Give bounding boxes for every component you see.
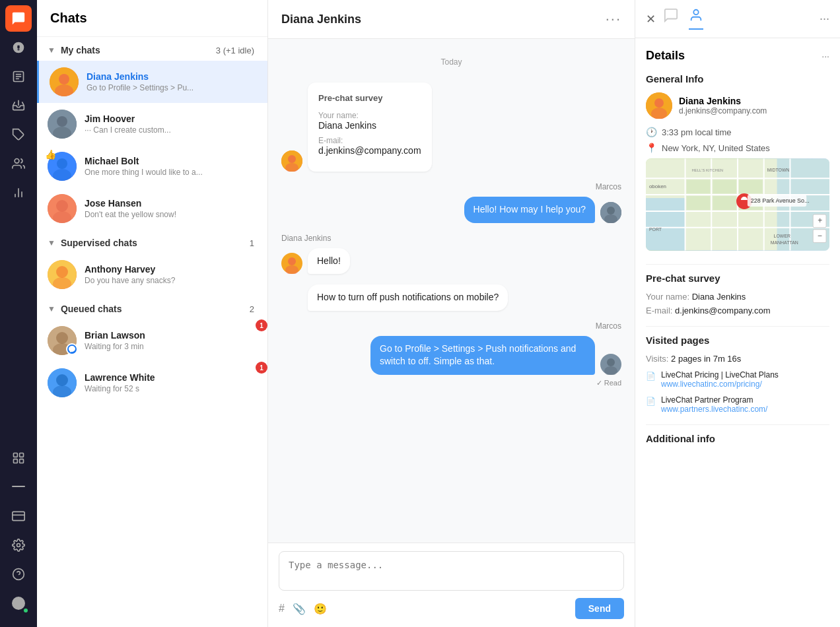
svg-point-31 <box>57 158 67 169</box>
svg-rect-14 <box>20 453 24 457</box>
chat-item-michael[interactable]: 👍 Michael Bolt One more thing I would li… <box>37 145 267 187</box>
nav-add-widget-icon[interactable] <box>5 445 32 471</box>
right-panel-more-icon[interactable]: ··· <box>820 12 829 26</box>
right-panel-close-icon[interactable]: ✕ <box>646 12 656 26</box>
status-badge <box>22 607 29 614</box>
svg-rect-16 <box>20 459 24 463</box>
nav-notifications-icon[interactable] <box>5 34 32 61</box>
nav-tags-icon[interactable] <box>5 121 32 148</box>
my-chats-title: My chats <box>61 45 100 55</box>
svg-rect-77 <box>713 196 736 210</box>
brian-avatar-wrap <box>48 326 77 355</box>
nav-reports-icon[interactable] <box>5 63 32 90</box>
prechat-email-label: E-mail: <box>646 306 675 315</box>
page-url-2[interactable]: www.partners.livechatinc.com/ <box>661 405 767 414</box>
nav-people-icon[interactable] <box>5 150 32 177</box>
msg-group-prechat: Pre-chat survey Your name: Diana Jenkins… <box>281 82 621 172</box>
svg-rect-62 <box>646 198 685 250</box>
right-panel: ✕ ··· Details ··· <box>635 0 840 627</box>
prechat-survey-heading: Pre-chat survey <box>646 273 829 284</box>
lawrence-chat-info: Lawrence White Waiting for 52 s <box>85 372 249 393</box>
chat-item-jose[interactable]: Jose Hansen Don't eat the yellow snow! <box>37 187 267 230</box>
local-time-text: 3:33 pm local time <box>662 127 732 137</box>
brian-name: Brian Lawson <box>85 330 249 341</box>
chat-item-anthony[interactable]: Anthony Harvey Do you have any snacks? <box>37 253 267 296</box>
chat-more-options-icon[interactable]: ··· <box>606 11 621 28</box>
lawrence-name: Lawrence White <box>85 372 249 383</box>
send-button[interactable]: Send <box>575 598 624 619</box>
chat-list-header: Chats <box>37 0 267 37</box>
michael-chat-info: Michael Bolt One more thing I would like… <box>85 156 257 177</box>
svg-text:oboken: oboken <box>649 183 666 189</box>
nav-analytics-icon[interactable] <box>5 180 32 206</box>
chat-item-diana[interactable]: Diana Jenkins Go to Profile > Settings >… <box>37 61 267 103</box>
lawrence-preview: Waiting for 52 s <box>85 384 249 393</box>
marcos1-with-avatar: Hello! How may I help you? <box>464 197 621 223</box>
queued-chats-count: 2 <box>250 304 254 314</box>
svg-point-37 <box>56 266 68 278</box>
marcos-avatar <box>600 202 621 223</box>
marcos2-avatar <box>600 354 621 375</box>
chat-item-lawrence[interactable]: Lawrence White Waiting for 52 s 1 <box>37 362 267 404</box>
supervised-chats-section-header[interactable]: ▼ Supervised chats 1 <box>37 230 267 253</box>
prechat-field-name: Your name: Diana Jenkins <box>318 111 421 131</box>
lawrence-avatar-wrap <box>48 368 77 397</box>
anthony-chat-info: Anthony Harvey Do you have any snacks? <box>85 264 257 285</box>
chat-main: Diana Jenkins ··· Today Pre-chat survey <box>268 0 635 627</box>
date-divider: Today <box>281 57 621 67</box>
right-panel-header: ✕ ··· <box>635 0 840 38</box>
page-url-1[interactable]: www.livechatinc.com/pricing/ <box>661 380 779 389</box>
prechat-field-email: E-mail: d.jenkins@company.com <box>318 136 421 156</box>
chat-item-jim[interactable]: Jim Hoover ··· Can I create custom... <box>37 103 267 145</box>
marcos2-bubble: Go to Profile > Settings > Push notifica… <box>370 336 595 375</box>
svg-rect-73 <box>687 180 711 193</box>
svg-point-25 <box>59 74 69 84</box>
prechat-email-row: E-mail: d.jenkins@company.com <box>646 306 829 315</box>
diana-preview: Go to Profile > Settings > Pu... <box>87 83 257 92</box>
right-panel-content: Details ··· General Info Diana Jenkins d… <box>635 38 840 455</box>
queued-chats-section-header[interactable]: ▼ Queued chats 2 <box>37 296 267 319</box>
user-info-row: Diana Jenkins d.jenkins@company.com <box>646 92 829 119</box>
lawrence-badge: 1 <box>256 362 267 374</box>
diana1-with-avatar: Hello! <box>281 248 350 275</box>
brian-chat-info: Brian Lawson Waiting for 3 min <box>85 330 249 351</box>
nav-settings-icon[interactable] <box>5 532 32 558</box>
emoji-icon[interactable]: 🙂 <box>314 603 327 615</box>
jose-chat-info: Jose Hansen Don't eat the yellow snow! <box>85 198 257 219</box>
jim-avatar <box>48 110 77 139</box>
nav-help-icon[interactable] <box>5 561 32 587</box>
nav-billing-icon[interactable] <box>5 503 32 529</box>
prechat-survey-section: Pre-chat survey Your name: Diana Jenkins… <box>646 273 829 315</box>
map-placeholder: 228 Park Avenue So... + − oboken PORT MI… <box>646 158 829 251</box>
brian-preview: Waiting for 3 min <box>85 342 249 351</box>
details-header: Details ··· <box>646 49 829 63</box>
diana-avatar <box>50 67 79 96</box>
nav-status-icon[interactable] <box>5 590 32 616</box>
nav-inbox-icon[interactable] <box>5 92 32 119</box>
prechat-name-row: Your name: Diana Jenkins <box>646 292 829 302</box>
message-input[interactable] <box>279 551 624 591</box>
anthony-name: Anthony Harvey <box>85 264 257 275</box>
svg-rect-13 <box>14 453 18 457</box>
hash-icon[interactable]: # <box>279 603 285 615</box>
nav-chat-icon[interactable] <box>5 5 32 32</box>
my-chats-section-header[interactable]: ▼ My chats 3 (+1 idle) <box>37 37 267 61</box>
right-tab-person[interactable] <box>689 8 703 30</box>
prechat-with-avatar: Pre-chat survey Your name: Diana Jenkins… <box>281 82 432 172</box>
diana-chat-info: Diana Jenkins Go to Profile > Settings >… <box>87 71 257 92</box>
marcos1-bubble: Hello! How may I help you? <box>464 197 595 223</box>
chat-item-brian[interactable]: Brian Lawson Waiting for 3 min 1 <box>37 319 267 362</box>
right-tab-chat[interactable] <box>664 8 678 30</box>
diana1-sender: Diana Jenkins <box>281 234 331 243</box>
svg-text:MIDTOWN: MIDTOWN <box>767 168 790 172</box>
my-chats-chevron: ▼ <box>48 46 55 55</box>
attachment-icon[interactable]: 📎 <box>293 603 306 615</box>
details-user-email: d.jenkins@company.com <box>679 106 767 116</box>
marcos2-sender: Marcos <box>596 321 621 331</box>
page-icon-2: 📄 <box>646 397 656 406</box>
page-link-1: 📄 LiveChat Pricing | LiveChat Plans www.… <box>646 370 829 389</box>
additional-info-section: Additional info <box>646 433 829 444</box>
details-more-icon[interactable]: ··· <box>822 51 829 61</box>
marcos1-sender: Marcos <box>596 182 621 191</box>
prechat-name-value: Diana Jenkins <box>692 292 746 302</box>
